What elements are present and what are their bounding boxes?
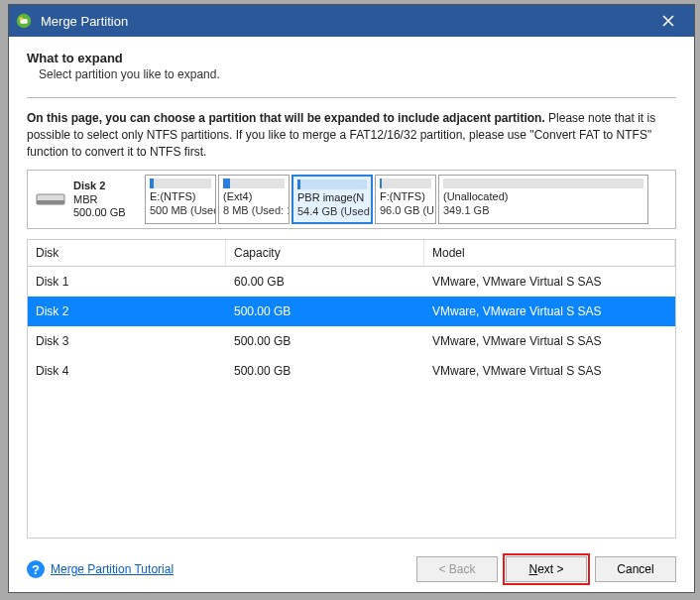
partition-block[interactable]: (Unallocated)349.1 GB: [438, 175, 648, 224]
cell-disk: Disk 2: [28, 297, 226, 326]
table-row[interactable]: Disk 160.00 GBVMware, VMware Virtual S S…: [28, 267, 675, 297]
col-header-disk[interactable]: Disk: [28, 240, 226, 266]
dialog-window: Merge Partition What to expand Select pa…: [8, 4, 695, 593]
help-icon: ?: [27, 560, 45, 578]
next-mnemonic: N: [528, 562, 537, 576]
usage-bar: [380, 179, 431, 188]
cell-capacity: 500.00 GB: [226, 326, 424, 356]
partition-block[interactable]: (Ext4)8 MB (Used: 1: [218, 175, 290, 224]
usage-bar: [443, 179, 643, 188]
col-header-capacity[interactable]: Capacity: [226, 240, 424, 266]
usage-bar: [150, 179, 211, 188]
partitions-container: E:(NTFS)500 MB (Used:(Ext4)8 MB (Used: 1…: [145, 175, 671, 224]
partition-size: 96.0 GB (U: [380, 204, 431, 217]
app-icon: [15, 12, 33, 30]
partition-label: (Ext4): [223, 190, 285, 203]
table-row[interactable]: Disk 3500.00 GBVMware, VMware Virtual S …: [28, 326, 675, 356]
partition-block[interactable]: E:(NTFS)500 MB (Used:: [145, 175, 216, 224]
page-heading: What to expand: [27, 51, 676, 65]
cell-capacity: 500.00 GB: [226, 356, 424, 386]
back-button[interactable]: < Back: [416, 556, 498, 582]
table-header: Disk Capacity Model: [28, 240, 675, 267]
instruction-bold: On this page, you can choose a partition…: [27, 111, 545, 125]
svg-rect-4: [37, 200, 64, 204]
page-subheading: Select partition you like to expand.: [39, 67, 676, 81]
window-title: Merge Partition: [41, 14, 648, 29]
partition-block[interactable]: F:(NTFS)96.0 GB (U: [375, 175, 436, 224]
partition-size: 349.1 GB: [443, 204, 643, 217]
partition-size: 54.4 GB (Used: [297, 205, 367, 218]
partition-label: F:(NTFS): [380, 190, 431, 203]
dialog-body: What to expand Select partition you like…: [9, 37, 694, 592]
partition-map: Disk 2 MBR 500.00 GB E:(NTFS)500 MB (Use…: [27, 170, 676, 229]
disk-icon: [36, 190, 65, 208]
titlebar: Merge Partition: [9, 5, 694, 37]
divider: [27, 97, 676, 98]
cell-disk: Disk 1: [28, 267, 226, 297]
cell-model: VMware, VMware Virtual S SAS: [424, 356, 675, 386]
cell-model: VMware, VMware Virtual S SAS: [424, 267, 675, 297]
instruction-text: On this page, you can choose a partition…: [27, 110, 676, 160]
cancel-button[interactable]: Cancel: [595, 556, 676, 582]
cell-capacity: 60.00 GB: [226, 267, 424, 297]
table-body: Disk 160.00 GBVMware, VMware Virtual S S…: [28, 267, 675, 538]
partition-label: PBR image(N: [297, 191, 367, 204]
help-section: ? Merge Partition Tutorial: [27, 560, 174, 578]
partition-size: 8 MB (Used: 1: [223, 204, 285, 217]
partition-block[interactable]: PBR image(N54.4 GB (Used: [292, 175, 373, 224]
col-header-model[interactable]: Model: [424, 240, 675, 266]
disk-name: Disk 2: [73, 180, 126, 193]
tutorial-link[interactable]: Merge Partition Tutorial: [51, 562, 174, 576]
svg-rect-2: [20, 17, 24, 20]
footer: ? Merge Partition Tutorial < Back Next >…: [27, 548, 676, 582]
cell-model: VMware, VMware Virtual S SAS: [424, 326, 675, 356]
disk-info: Disk 2 MBR 500.00 GB: [73, 180, 126, 220]
next-rest: ext >: [537, 562, 563, 576]
table-row[interactable]: Disk 4500.00 GBVMware, VMware Virtual S …: [28, 356, 675, 386]
disk-size: 500.00 GB: [73, 206, 126, 220]
close-button[interactable]: [648, 5, 688, 37]
table-row[interactable]: Disk 2500.00 GBVMware, VMware Virtual S …: [28, 297, 675, 326]
usage-bar: [223, 179, 285, 188]
partition-label: E:(NTFS): [150, 190, 211, 203]
disk-table: Disk Capacity Model Disk 160.00 GBVMware…: [27, 239, 676, 539]
cell-model: VMware, VMware Virtual S SAS: [424, 297, 675, 326]
cell-capacity: 500.00 GB: [226, 297, 424, 326]
usage-bar: [297, 180, 367, 189]
partition-size: 500 MB (Used:: [150, 204, 211, 217]
disk-summary: Disk 2 MBR 500.00 GB: [32, 175, 141, 224]
partition-label: (Unallocated): [443, 190, 643, 203]
cell-disk: Disk 4: [28, 356, 226, 386]
next-button[interactable]: Next >: [506, 556, 587, 582]
cell-disk: Disk 3: [28, 326, 226, 356]
disk-type: MBR: [73, 193, 126, 207]
